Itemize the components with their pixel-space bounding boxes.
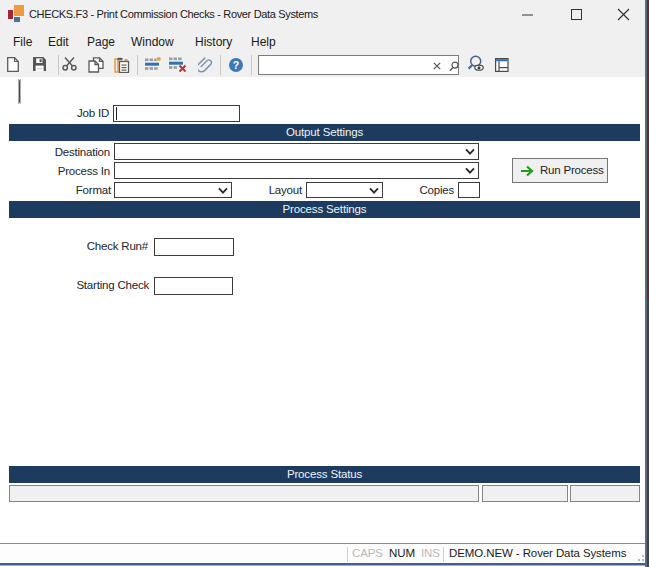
svg-text:?: ? — [233, 59, 239, 71]
